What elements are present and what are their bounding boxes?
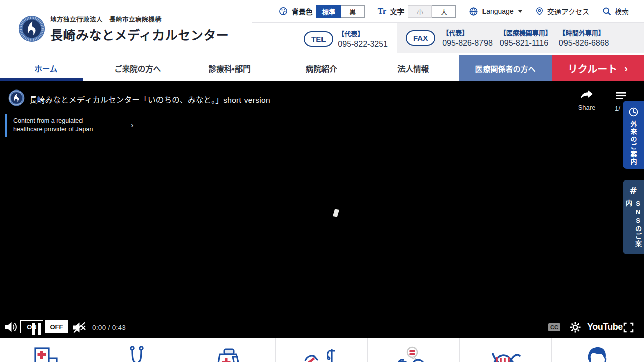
sns-guide-tab[interactable]: # SNSのご案内 [623,180,644,254]
access-label: 交通アクセス [547,6,589,16]
time-display: 0:00 / 0:43 [92,324,126,331]
globe-icon [469,7,478,16]
quicklinks-row [0,338,644,362]
tel-block: TEL 【代表】 095-822-3251 [304,29,388,49]
playlist-count: 1/ [615,105,623,112]
channel-avatar[interactable] [8,89,25,106]
settings-gear-icon[interactable] [569,321,581,333]
ship-icon [300,345,343,362]
video-frame-speck [333,209,339,217]
fax-afterhours-number: 095-826-6868 [559,39,609,48]
healthcare-notice-panel[interactable]: Content from a regulated healthcare prov… [5,114,145,137]
fax-afterhours-label: 【時間外専用】 [559,28,609,37]
nav-medical-professionals[interactable]: 医療関係者の方へ [459,55,552,81]
healthcare-notice-text: Content from a regulated healthcare prov… [13,117,114,134]
fax-block: FAX 【代表】 095-826-8798 【医療機関専用】 095-821-1… [397,23,644,53]
playlist-icon[interactable] [616,92,626,102]
hashtag-icon: # [629,185,637,196]
nav-visitors[interactable]: ご来院の方へ [92,55,184,81]
clock-icon [628,107,639,117]
channel-emblem-icon [8,89,25,106]
chevron-right-icon: › [131,121,133,130]
access-link[interactable]: 交通アクセス [535,6,589,16]
quicklink-hospital[interactable] [0,338,92,362]
fax-main-label: 【代表】 [442,28,493,37]
fax-medical-number: 095-821-1116 [500,39,552,48]
mute-icon[interactable] [72,322,86,333]
quicklink-outpatient[interactable] [92,338,184,362]
fax-badge: FAX [406,30,435,46]
quicklink-emergency[interactable] [184,338,276,362]
sns-tab-label: SNSのご案内 [624,200,643,254]
nav-corporate[interactable]: 法人情報 [367,55,459,81]
bg-standard-button[interactable]: 標準 [316,5,341,18]
consultation-people-icon [394,345,433,362]
fax-medical-label: 【医療機関専用】 [500,28,552,37]
quicklink-patient-support[interactable] [552,338,644,362]
text-size-icon: Tr [378,6,387,16]
sound-on-button[interactable]: ON [20,320,43,333]
nav-recruit[interactable]: リクルート › [552,55,644,81]
share-arrow-icon [580,89,593,99]
nav-departments[interactable]: 診療科・部門 [184,55,276,81]
utility-bar: 背景色 標準 黒 Tr 文字 小 大 Language [252,0,644,23]
nav-hospital-info[interactable]: 病院紹介 [276,55,368,81]
search-icon [602,7,611,16]
tel-badge: TEL [304,31,333,47]
video-title[interactable]: 長崎みなとメディカルセンター「いのちの、みなと。」short version [29,94,270,105]
main-nav: ホーム ご来院の方へ 診療科・部門 病院紹介 法人情報 医療関係者の方へ リクル… [0,55,644,81]
video-controls: ON OFF 0:00 / 0:43 CC YouTube [0,317,644,338]
site-title: 長崎みなとメディカルセンター [50,25,229,43]
nav-home[interactable]: ホーム [0,55,92,81]
tel-number: 095-822-3251 [338,40,388,49]
chevron-right-icon: › [624,63,628,74]
quicklink-consultation[interactable] [368,338,460,362]
language-label: Language [482,7,513,15]
language-dropdown[interactable]: Language [469,7,522,16]
share-label: Share [576,104,598,111]
fullscreen-icon[interactable] [623,322,634,333]
font-large-button[interactable]: 大 [432,5,456,18]
volume-icon[interactable] [4,321,18,333]
person-icon [580,345,616,362]
tel-label: 【代表】 [338,29,388,38]
search-button[interactable]: 検索 [602,6,629,16]
background-color-group: 背景色 標準 黒 [278,5,365,18]
dna-icon [488,345,524,362]
search-label: 検索 [615,6,629,16]
closed-captions-button[interactable]: CC [548,323,560,331]
bg-black-button[interactable]: 黒 [341,5,365,18]
page: 背景色 標準 黒 Tr 文字 小 大 Language [0,0,644,362]
font-small-button[interactable]: 小 [408,5,432,18]
palette-icon [278,6,288,16]
organization-name: 地方独立行政法人 長崎市立病院機構 [50,14,229,24]
site-logo[interactable]: 地方独立行政法人 長崎市立病院機構 長崎みなとメディカルセンター [18,14,229,43]
hospital-emblem-icon [18,15,45,42]
active-tab-underline [0,78,83,81]
outpatient-guide-tab[interactable]: 外来のご案内 [623,101,644,169]
quicklink-genetics[interactable] [460,338,552,362]
map-pin-icon [535,6,544,16]
stethoscope-icon [120,345,156,362]
hospital-icon [28,345,64,362]
outpatient-tab-label: 外来のご案内 [629,121,638,166]
caret-down-icon [518,10,522,13]
youtube-player[interactable]: 長崎みなとメディカルセンター「いのちの、みなと。」short version S… [0,81,644,338]
font-size-label: 文字 [390,6,404,16]
first-aid-bag-icon [211,345,248,362]
hamburger-lines-icon [616,92,626,100]
quicklink-access-ship[interactable] [276,338,368,362]
youtube-logo[interactable]: YouTube [587,322,623,332]
share-button[interactable]: Share [576,89,598,111]
font-size-group: Tr 文字 小 大 [378,5,456,18]
sound-off-button[interactable]: OFF [45,320,68,333]
fax-main-number: 095-826-8798 [442,39,493,48]
background-color-label: 背景色 [292,6,313,16]
